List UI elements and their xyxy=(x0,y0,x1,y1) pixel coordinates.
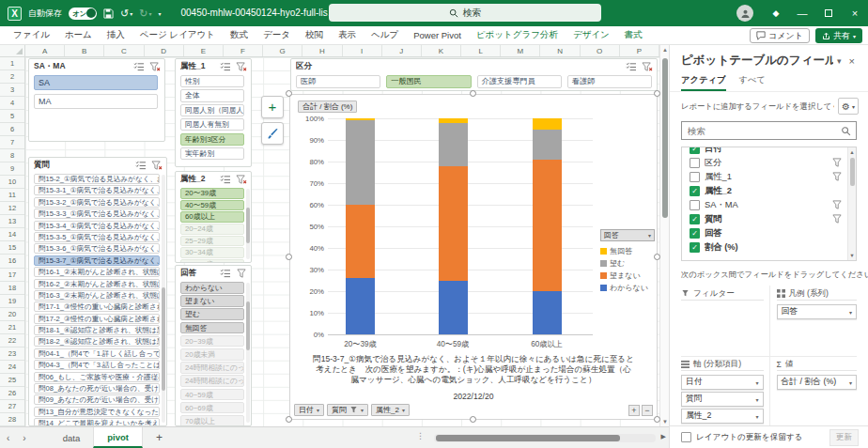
excel-app-icon[interactable]: X xyxy=(8,7,22,21)
minimize-button[interactable]: — xyxy=(789,0,815,26)
row-header-1[interactable]: 1 xyxy=(0,57,24,70)
field-search[interactable] xyxy=(681,121,857,140)
panel-tab-すべて[interactable]: すべて xyxy=(739,74,767,91)
slicer-item[interactable]: 問15-3-2_①病気で治る見込みがなく、およ... xyxy=(34,197,160,208)
ribbon-tab-ホーム[interactable]: ホーム xyxy=(57,26,100,44)
sheet-vertical-scrollbar[interactable]: ▲ ▼ xyxy=(659,45,669,426)
stacked-bar-60歳以上[interactable] xyxy=(533,118,562,334)
slicer-item[interactable]: 20−24歳 xyxy=(180,224,244,235)
slicer-item[interactable]: 問16-3_②末期がんと診断され、状態は悪化... xyxy=(34,290,160,301)
selection-handle[interactable] xyxy=(654,254,660,260)
row-header-14[interactable]: 14 xyxy=(0,228,24,241)
ribbon-tab-ヘルプ[interactable]: ヘルプ xyxy=(364,26,406,44)
field-row-日付[interactable]: ✓日付 xyxy=(682,147,856,156)
slicer-multiselect-button[interactable] xyxy=(625,62,637,72)
field-checkbox[interactable] xyxy=(690,172,700,182)
value-field-button[interactable]: 合計 / 割合 (%) xyxy=(298,100,357,113)
row-header-28[interactable]: 28 xyxy=(0,413,24,426)
ribbon-tab-校閲[interactable]: 校閲 xyxy=(298,26,331,44)
diamond-icon[interactable]: ◆ xyxy=(763,0,789,26)
bar-segment-望まない[interactable] xyxy=(533,160,562,291)
slicer-clear-filter-button[interactable] xyxy=(150,161,163,171)
field-row-区分[interactable]: 区分 xyxy=(682,156,856,170)
slicer-item[interactable]: 同居人別（同居人が「いる」 xyxy=(180,104,244,116)
row-header-24[interactable]: 24 xyxy=(0,361,24,374)
selection-handle[interactable] xyxy=(470,90,476,97)
bar-segment-わからない[interactable] xyxy=(533,291,562,334)
slicer-item[interactable]: 問16-2_②末期がんと診断され、状態は悪化... xyxy=(34,279,160,289)
row-header-21[interactable]: 21 xyxy=(0,321,24,334)
slicer-item[interactable]: 70歳以上 xyxy=(180,415,244,426)
restore-button[interactable] xyxy=(815,0,842,26)
slicer-multiselect-button[interactable] xyxy=(134,161,147,171)
ribbon-tab-Power Pivot[interactable]: Power Pivot xyxy=(406,27,469,43)
slicer-item[interactable]: 同居人有無別 xyxy=(180,118,244,131)
axis-field-button-日付[interactable]: 日付▾ xyxy=(294,404,324,416)
selection-handle[interactable] xyxy=(654,416,660,423)
next-sheet-icon[interactable]: › xyxy=(16,433,32,443)
slicer-item[interactable]: 問15-3-5_①病気で治る見込みがなく、およ... xyxy=(34,232,160,242)
ribbon-tab-データ[interactable]: データ xyxy=(256,26,298,44)
slicer-multiselect-button[interactable] xyxy=(219,62,231,72)
select-all-corner[interactable] xyxy=(0,45,25,57)
pivot-chart[interactable]: 合計 / 割合 (%) 0%10%20%30%40%50%60%70%80%90… xyxy=(289,94,658,420)
field-checkbox[interactable]: ✓ xyxy=(690,214,700,224)
row-header-23[interactable]: 23 xyxy=(0,348,24,361)
row-header-13[interactable]: 13 xyxy=(0,215,24,228)
column-header-E[interactable]: E xyxy=(184,45,224,56)
slicer-item[interactable]: 実年齢別 xyxy=(180,147,244,160)
column-header-N[interactable]: N xyxy=(540,45,580,56)
legend-field-button[interactable]: 回答▾ xyxy=(600,229,655,241)
sheet-tab-pivot[interactable]: pivot xyxy=(93,427,143,448)
panel-tab-アクティブ[interactable]: アクティブ xyxy=(681,74,726,91)
selection-handle[interactable] xyxy=(286,90,292,97)
row-header-3[interactable]: 3 xyxy=(0,84,24,97)
slicer-item[interactable]: 24時間相談にのってくれ... xyxy=(180,375,244,387)
row-header-26[interactable]: 26 xyxy=(0,387,24,400)
column-header-O[interactable]: O xyxy=(581,45,620,56)
area-field-日付[interactable]: 日付▾ xyxy=(681,375,764,390)
share-button[interactable]: 共有 ▾ xyxy=(815,28,862,43)
column-header-F[interactable]: F xyxy=(224,45,263,56)
slicer-item[interactable]: 60歳以上 xyxy=(180,211,244,223)
column-header-P[interactable]: P xyxy=(620,45,659,56)
autosave-toggle[interactable]: オン xyxy=(69,8,97,20)
slicer-item[interactable]: 問14_どこで最期を迎えたいかを考える際に... xyxy=(34,418,160,426)
column-header-I[interactable]: I xyxy=(343,45,382,56)
slicer-item[interactable]: 問18-2_④認知症と診断され、状態は悪化し... xyxy=(34,336,160,347)
slicer-item[interactable]: 問15-3-1_①病気で治る見込みがなく、およ... xyxy=(34,185,160,195)
add-sheet-button[interactable]: + xyxy=(143,431,176,444)
ribbon-tab-表示[interactable]: 表示 xyxy=(331,26,364,44)
bar-segment-望む[interactable] xyxy=(533,130,562,160)
slicer-clear-filter-button[interactable] xyxy=(641,62,653,72)
area-field-回答[interactable]: 回答▾ xyxy=(777,304,858,319)
prev-sheet-icon[interactable]: ‹ xyxy=(0,433,16,443)
slicer-clear-filter-button[interactable] xyxy=(148,62,161,72)
field-search-input[interactable] xyxy=(682,122,856,139)
field-checkbox[interactable]: ✓ xyxy=(690,147,700,154)
stacked-bar-40〜59歳[interactable] xyxy=(439,118,468,334)
area-field-質問[interactable]: 質問▾ xyxy=(681,392,764,407)
expand-field-button[interactable]: + xyxy=(628,405,640,416)
slicer-item[interactable]: 問15-3-3_①病気で治る見込みがなく、およ... xyxy=(34,209,160,219)
field-checkbox[interactable]: ✓ xyxy=(690,228,700,239)
qat-customize-icon[interactable]: ▾ xyxy=(158,10,161,17)
slicer-item[interactable]: 問13_自分が意思決定できなくなったときに... xyxy=(34,407,160,417)
field-row-属性_1[interactable]: 属性_1 xyxy=(682,170,856,184)
bar-segment-無回答[interactable] xyxy=(533,118,562,130)
row-header-9[interactable]: 9 xyxy=(0,162,24,176)
slicer-item[interactable]: 一般国民 xyxy=(386,75,471,88)
row-header-22[interactable]: 22 xyxy=(0,334,24,348)
slicer-clear-filter-button[interactable] xyxy=(235,175,247,185)
column-header-A[interactable]: A xyxy=(25,45,65,56)
selection-handle[interactable] xyxy=(654,90,660,97)
slicer-clear-filter-button[interactable] xyxy=(235,62,247,72)
column-header-B[interactable]: B xyxy=(65,45,104,56)
selection-handle[interactable] xyxy=(470,416,476,423)
column-header-J[interactable]: J xyxy=(382,45,422,56)
row-header-10[interactable]: 10 xyxy=(0,176,24,189)
row-header-2[interactable]: 2 xyxy=(0,70,24,84)
undo-button[interactable]: ↺▾ xyxy=(120,8,132,20)
slicer-item[interactable]: 性別 xyxy=(180,75,244,87)
column-header-K[interactable]: K xyxy=(422,45,461,56)
